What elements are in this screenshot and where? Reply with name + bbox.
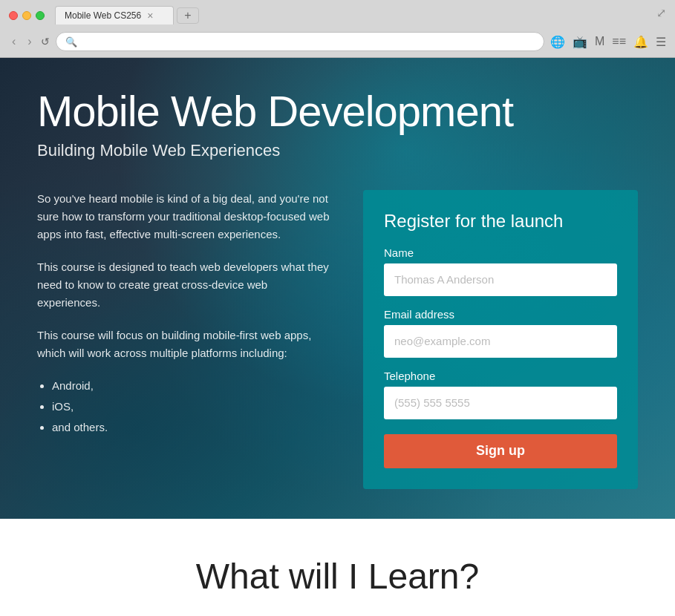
google-hangouts-icon[interactable]: 🌐 xyxy=(550,35,565,49)
maximize-button[interactable] xyxy=(36,11,45,20)
sign-up-button[interactable]: Sign up xyxy=(384,434,617,468)
browser-tab[interactable]: Mobile Web CS256 × xyxy=(55,6,174,24)
back-button[interactable]: ‹ xyxy=(9,33,19,50)
browser-chrome: Mobile Web CS256 × + ⤢ ‹ › ↺ 🔍 🌐 📺 M ≡≡ … xyxy=(0,0,675,58)
new-tab-button[interactable]: + xyxy=(177,7,199,24)
name-label: Name xyxy=(384,246,617,259)
menu-icon[interactable]: ☰ xyxy=(656,35,666,49)
hero-section: Mobile Web Development Building Mobile W… xyxy=(0,58,675,519)
address-bar-row: ‹ › ↺ 🔍 🌐 📺 M ≡≡ 🔔 ☰ xyxy=(0,29,675,57)
phone-label: Telephone xyxy=(384,370,617,382)
hero-subtitle: Building Mobile Web Experiences xyxy=(37,141,638,160)
hero-title: Mobile Web Development xyxy=(37,88,638,135)
email-form-group: Email address xyxy=(384,308,617,358)
hero-body: So you've heard mobile is kind of a big … xyxy=(37,190,638,489)
phone-form-group: Telephone xyxy=(384,370,617,419)
gmail-icon[interactable]: M xyxy=(595,35,604,48)
page-content: Mobile Web Development Building Mobile W… xyxy=(0,58,675,616)
hero-content: Mobile Web Development Building Mobile W… xyxy=(37,88,638,489)
list-item: iOS, xyxy=(52,398,333,416)
address-bar[interactable]: 🔍 xyxy=(56,32,544,51)
name-form-group: Name xyxy=(384,246,617,296)
learn-body: After completing this class, you'll have… xyxy=(37,612,638,616)
hero-description: So you've heard mobile is kind of a big … xyxy=(37,190,333,439)
tab-title: Mobile Web CS256 xyxy=(65,10,141,21)
learn-section: What will I Learn? After completing this… xyxy=(0,519,675,616)
notification-icon[interactable]: 🔔 xyxy=(633,35,648,49)
learn-title: What will I Learn? xyxy=(37,556,638,597)
search-icon: 🔍 xyxy=(65,36,77,47)
cast-icon[interactable]: 📺 xyxy=(573,35,587,49)
email-label: Email address xyxy=(384,308,617,321)
expand-button[interactable]: ⤢ xyxy=(656,6,666,20)
minimize-button[interactable] xyxy=(22,11,31,20)
list-item: Android, xyxy=(52,377,333,395)
hero-para-2: This course is designed to teach web dev… xyxy=(37,258,333,312)
forward-button[interactable]: › xyxy=(25,33,34,50)
form-title: Register for the launch xyxy=(384,211,617,232)
tab-bar: Mobile Web CS256 × + xyxy=(55,6,199,24)
register-form-container: Register for the launch Name Email addre… xyxy=(363,190,638,489)
title-bar: Mobile Web CS256 × + ⤢ xyxy=(0,0,675,29)
name-input[interactable] xyxy=(384,263,617,296)
refresh-button[interactable]: ↺ xyxy=(41,36,50,47)
browser-icons: 🌐 📺 M ≡≡ 🔔 ☰ xyxy=(550,35,666,49)
hero-para-1: So you've heard mobile is kind of a big … xyxy=(37,190,333,243)
close-button[interactable] xyxy=(9,11,18,20)
hero-para-3: This course will focus on building mobil… xyxy=(37,327,333,362)
email-input[interactable] xyxy=(384,325,617,358)
window-controls xyxy=(9,11,45,20)
register-form: Register for the launch Name Email addre… xyxy=(363,190,638,489)
tab-close-icon[interactable]: × xyxy=(147,10,153,22)
phone-input[interactable] xyxy=(384,387,617,419)
list-item: and others. xyxy=(52,419,333,436)
platform-list: Android, iOS, and others. xyxy=(52,377,333,436)
buffer-icon[interactable]: ≡≡ xyxy=(612,35,626,48)
